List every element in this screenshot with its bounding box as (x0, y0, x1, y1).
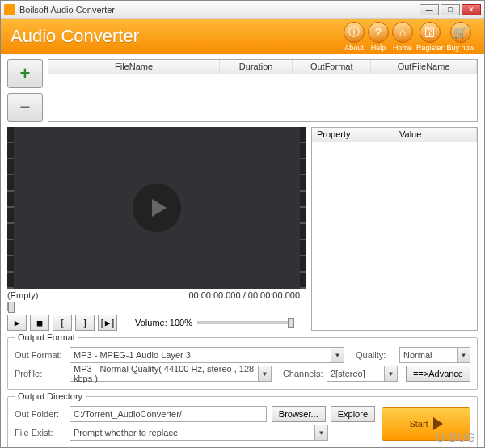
chevron-down-icon: ▼ (457, 348, 470, 362)
col-outfilename[interactable]: OutFileName (371, 60, 477, 74)
range-button[interactable]: [▶] (98, 315, 117, 331)
buy now-icon: 🛒 (450, 22, 471, 43)
window-title: Boilsoft Audio Converter (19, 5, 420, 15)
app-icon (4, 4, 15, 15)
app-title: Audio Converter (11, 26, 344, 47)
property-table: Property Value (311, 127, 478, 331)
register-icon: ⚿ (420, 22, 441, 43)
play-button[interactable]: ▶ (7, 315, 27, 331)
play-icon (152, 199, 167, 217)
banner-about-button[interactable]: ⓘAbout (344, 22, 365, 52)
volume-thumb[interactable] (288, 318, 294, 328)
remove-file-button[interactable]: − (7, 93, 43, 122)
file-exist-label: File Exist: (15, 428, 65, 437)
volume-slider[interactable] (197, 321, 294, 324)
watermark: U·BUG (436, 431, 476, 444)
quality-label: Quality: (356, 350, 394, 360)
seek-thumb[interactable] (8, 302, 15, 313)
empty-label: (Empty) (7, 290, 39, 300)
banner-home-button[interactable]: ⌂Home (392, 22, 413, 52)
out-format-label: Out Format: (15, 350, 65, 360)
play-icon (433, 417, 443, 430)
chevron-down-icon: ▼ (314, 425, 327, 440)
chevron-down-icon: ▼ (384, 366, 397, 381)
banner: Audio Converter ⓘAbout?Help⌂Home⚿Registe… (1, 19, 484, 54)
chevron-down-icon: ▼ (258, 366, 271, 381)
col-outformat[interactable]: OutFormat (293, 60, 371, 74)
col-property[interactable]: Property (312, 128, 394, 142)
banner-help-button[interactable]: ?Help (368, 22, 389, 52)
browse-button[interactable]: Browser... (272, 406, 326, 422)
profile-label: Profile: (15, 369, 65, 378)
output-format-group: Output Format Out Format: MP3 - MPEG-1 A… (7, 337, 478, 390)
advance-button[interactable]: ==>Advance (406, 366, 470, 382)
out-folder-input[interactable]: C:/Torrent_AudioConverter/ (70, 406, 267, 422)
output-directory-title: Output Directory (15, 391, 86, 401)
banner-register-button[interactable]: ⚿Register (416, 22, 444, 52)
channels-label: Channels: (283, 369, 322, 378)
explore-button[interactable]: Explore (331, 406, 375, 422)
help-icon: ? (368, 22, 389, 43)
maximize-button[interactable]: □ (441, 4, 460, 15)
col-filename[interactable]: FileName (48, 60, 220, 74)
titlebar: Boilsoft Audio Converter — □ ✕ (1, 1, 484, 19)
mark-in-button[interactable]: [ (53, 315, 72, 331)
volume-label: Volume: 100% (135, 318, 192, 328)
close-button[interactable]: ✕ (462, 4, 481, 15)
chevron-down-icon: ▼ (331, 348, 344, 362)
preview-play-button[interactable] (133, 184, 181, 232)
out-folder-label: Out Folder: (15, 409, 65, 419)
quality-select[interactable]: Normal▼ (399, 347, 470, 363)
add-file-button[interactable]: + (7, 59, 43, 88)
stop-button[interactable]: ■ (30, 315, 49, 331)
output-directory-group: Output Directory Out Folder: C:/Torrent_… (7, 396, 478, 448)
out-format-select[interactable]: MP3 - MPEG-1 Audio Layer 3▼ (70, 347, 344, 363)
profile-select[interactable]: MP3 - Normal Quality( 44100 Hz, stereo ,… (70, 366, 272, 382)
file-exist-select[interactable]: Prompt whether to replace▼ (70, 425, 328, 441)
col-duration[interactable]: Duration (220, 60, 293, 74)
file-table[interactable]: FileName Duration OutFormat OutFileName (48, 59, 478, 122)
channels-select[interactable]: 2[stereo]▼ (327, 366, 398, 382)
about-icon: ⓘ (344, 22, 365, 43)
home-icon: ⌂ (392, 22, 413, 43)
seek-slider[interactable] (7, 302, 306, 311)
video-preview (14, 127, 300, 289)
col-value[interactable]: Value (394, 128, 477, 142)
minimize-button[interactable]: — (420, 4, 439, 15)
banner-buy-now-button[interactable]: 🛒Buy now (446, 22, 474, 52)
output-format-title: Output Format (15, 332, 78, 342)
time-display: 00:00:00.000 / 00:00:00.000 (188, 290, 300, 300)
mark-out-button[interactable]: ] (75, 315, 95, 331)
